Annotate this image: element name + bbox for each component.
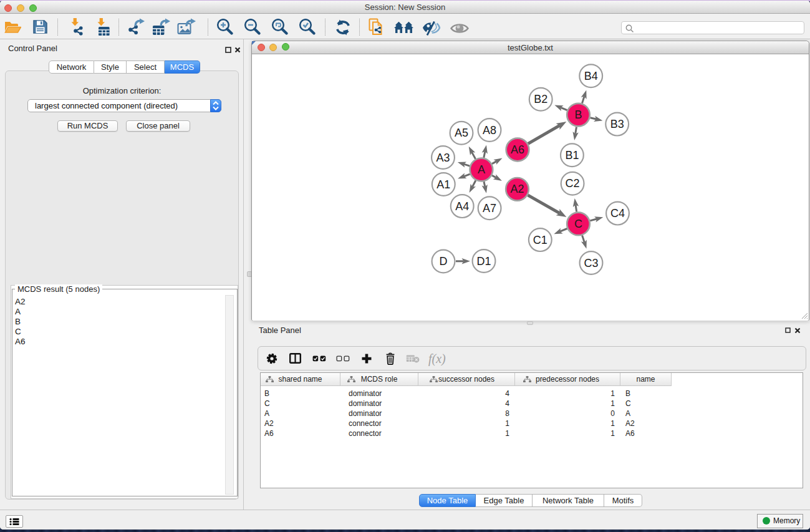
svg-text:A6: A6 [511,143,524,156]
svg-text:C4: C4 [610,207,625,220]
svg-text:B2: B2 [534,93,547,105]
svg-text:A: A [478,163,485,176]
svg-text:A2: A2 [510,183,524,195]
svg-text:A7: A7 [483,202,496,215]
svg-text:B1: B1 [565,149,579,162]
svg-text:C1: C1 [533,234,547,246]
svg-text:A5: A5 [455,127,468,139]
svg-text:A4: A4 [455,200,469,213]
svg-text:C2: C2 [566,177,580,190]
svg-text:B3: B3 [610,118,624,130]
svg-text:D: D [440,255,448,268]
svg-text:B4: B4 [584,70,598,82]
svg-text:A3: A3 [436,152,450,164]
svg-text:C: C [574,218,582,230]
svg-text:A8: A8 [483,124,496,137]
svg-text:D1: D1 [476,255,491,268]
svg-text:A1: A1 [436,178,450,191]
svg-text:B: B [574,109,582,121]
svg-text:C3: C3 [584,257,598,269]
